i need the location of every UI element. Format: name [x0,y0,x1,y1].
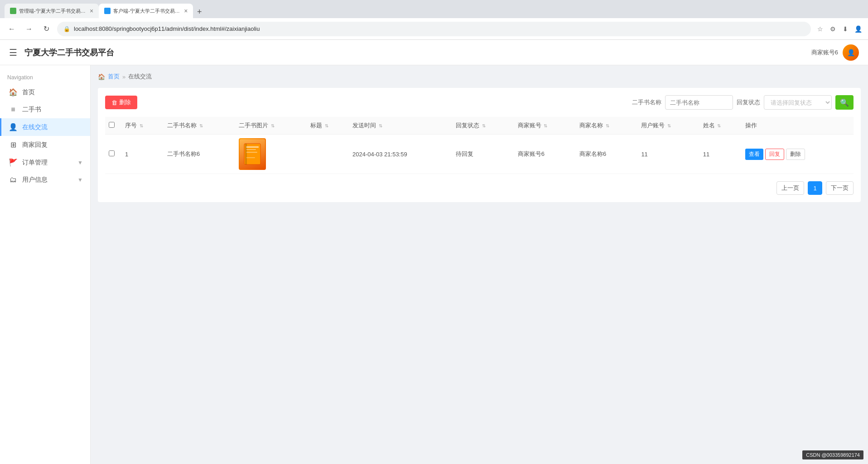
cell-send-time: 2024-04-03 21:53:59 [349,135,452,174]
col-book-name-label: 二手书名称 [167,122,197,129]
view-btn-label: 查看 [749,151,760,157]
sidebar-item-merchant-reply[interactable]: ⊞ 商家回复 [0,136,90,154]
content-card: 🗑 删除 二手书名称 回复状态 请选择回复状态 待回复 已回复 🔍 [98,88,861,202]
address-bar[interactable]: 🔒 localhost:8080/springbootyocj6p11/admi… [57,22,811,36]
reply-status-value: 待回复 [456,150,473,157]
th-name: 姓名 ⇅ [699,117,742,135]
th-merchant-account: 商家账号 ⇅ [514,117,576,135]
col-user-account-label: 用户账号 [641,122,665,129]
sort-icon-send-time[interactable]: ⇅ [379,123,382,128]
tab-icon-1 [10,8,16,14]
cell-user-account: 11 [637,135,699,174]
select-all-checkbox[interactable] [109,122,115,128]
refresh-button[interactable]: ↻ [40,23,53,35]
col-seq-label: 序号 [125,122,137,129]
sidebar-item-order-mgmt[interactable]: 🚩 订单管理 ▼ [0,154,90,171]
th-send-time: 发送时间 ⇅ [349,117,452,135]
sort-icon-book-image[interactable]: ⇅ [271,123,275,128]
user-account-value: 11 [641,151,647,158]
cell-seq: 1 [121,135,164,174]
sort-icon-user-account[interactable]: ⇅ [667,123,671,128]
back-button[interactable]: ← [5,23,18,35]
search-area: 二手书名称 回复状态 请选择回复状态 待回复 已回复 🔍 [632,95,854,110]
prev-page-button[interactable]: 上一页 [776,181,804,195]
tab-close-2[interactable]: × [184,7,188,14]
sort-icon-merchant-name[interactable]: ⇅ [606,123,609,128]
folder-icon: 🗂 [9,176,18,184]
th-actions: 操作 [742,117,854,135]
row-checkbox-cell [105,135,121,174]
search-button[interactable]: 🔍 [835,95,854,110]
book-name-value: 二手书名称6 [167,150,200,157]
browser-tab-1[interactable]: 管理端-宁夏大学二手书交易平... × [5,4,99,18]
breadcrumb-sep: » [122,73,125,80]
breadcrumb: 🏠 首页 » 在线交流 [98,72,861,81]
current-page[interactable]: 1 [808,181,822,195]
delete-icon: 🗑 [111,99,117,106]
profile-icon[interactable]: 👤 [854,24,863,34]
cell-merchant-account: 商家账号6 [514,135,576,174]
search-select-status[interactable]: 请选择回复状态 待回复 已回复 [764,95,832,110]
list-icon: ≡ [9,106,18,114]
col-merchant-account-label: 商家账号 [518,122,541,129]
col-actions-label: 操作 [745,122,757,129]
bookmark-icon[interactable]: ☆ [815,24,825,34]
avatar[interactable]: 👤 [843,44,859,61]
svg-rect-3 [246,152,257,153]
next-page-button[interactable]: 下一页 [826,181,854,195]
home-icon-small: 🏠 [98,73,105,80]
sort-icon-reply-status[interactable]: ⇅ [482,123,486,128]
sort-icon-title[interactable]: ⇅ [325,123,328,128]
sort-icon-merchant-account[interactable]: ⇅ [544,123,547,128]
delete-btn-label: 删除 [119,98,131,106]
table-row: 1 二手书名称6 [105,135,854,174]
reply-btn-label: 回复 [769,151,780,157]
tab-icon-2 [104,8,111,14]
toolbar: 🗑 删除 二手书名称 回复状态 请选择回复状态 待回复 已回复 🔍 [105,95,854,110]
cell-actions: 查看 回复 删除 [742,135,854,174]
cell-book-image [235,135,307,174]
sidebar-item-online-chat[interactable]: 👤 在线交流 [0,118,90,136]
breadcrumb-home[interactable]: 首页 [108,72,120,81]
view-button[interactable]: 查看 [745,149,763,160]
reply-button[interactable]: 回复 [765,149,784,160]
data-table: 序号 ⇅ 二手书名称 ⇅ 二手书图片 ⇅ 标题 [105,117,854,174]
address-bar-row: ← → ↻ 🔒 localhost:8080/springbootyocj6p1… [0,18,868,40]
batch-delete-button[interactable]: 🗑 删除 [105,96,137,109]
search-label-book: 二手书名称 [632,98,661,106]
search-input-book[interactable] [665,95,733,110]
menu-toggle-icon[interactable]: ☰ [9,47,17,58]
th-checkbox [105,117,121,135]
header-row: 序号 ⇅ 二手书名称 ⇅ 二手书图片 ⇅ 标题 [105,117,854,135]
cell-title [307,135,349,174]
th-user-account: 用户账号 ⇅ [637,117,699,135]
new-tab-button[interactable]: + [193,5,206,18]
forward-button[interactable]: → [23,23,35,35]
col-reply-status-label: 回复状态 [456,122,479,129]
cell-merchant-name: 商家名称6 [576,135,637,174]
sidebar-nav-label: Navigation [0,70,90,83]
download-icon[interactable]: ⬇ [841,24,850,34]
sidebar-item-home[interactable]: 🏠 首页 [0,83,90,101]
row-delete-button[interactable]: 删除 [786,149,805,160]
merchant-account-value: 商家账号6 [518,150,545,157]
sort-icon-name[interactable]: ⇅ [717,123,721,128]
search-label-status: 回复状态 [737,98,760,106]
watermark: CSDN @003359892174 [802,450,863,459]
row-checkbox[interactable] [109,150,115,156]
extension-icon[interactable]: ⚙ [828,24,837,34]
tab-label-2: 客户端-宁夏大学二手书交易平... [113,8,181,14]
tab-close-1[interactable]: × [90,7,93,14]
sidebar-item-user-info[interactable]: 🗂 用户信息 ▼ [0,171,90,188]
sidebar-item-secondhand[interactable]: ≡ 二手书 [0,101,90,118]
browser-tab-2[interactable]: 客户端-宁夏大学二手书交易平... × [99,4,193,18]
sidebar-label-secondhand: 二手书 [22,106,41,114]
browser-tabs: 管理端-宁夏大学二手书交易平... × 客户端-宁夏大学二手书交易平... × … [5,0,863,18]
book-img-inner [240,139,265,169]
search-icon: 🔍 [840,98,849,107]
sort-icon-book-name[interactable]: ⇅ [199,123,203,128]
th-title: 标题 ⇅ [307,117,349,135]
cell-book-name: 二手书名称6 [164,135,235,174]
sort-icon-seq[interactable]: ⇅ [140,123,143,128]
user-name: 商家账号6 [811,48,838,57]
